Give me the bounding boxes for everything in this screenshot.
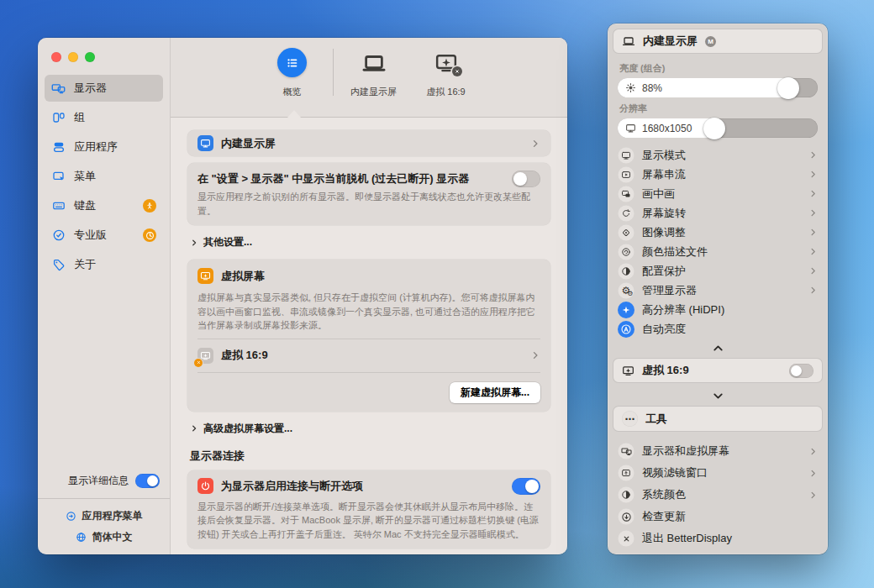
sidebar-item-pro[interactable]: 专业版 — [45, 222, 163, 249]
panel-virtual-169-row[interactable]: 虚拟 16:9 — [613, 358, 823, 383]
chevron-right-icon — [530, 350, 540, 360]
menu-item-screen-streaming[interactable]: 屏幕串流 — [618, 165, 818, 184]
brightness-slider-knob[interactable] — [777, 77, 799, 99]
window-controls — [51, 52, 95, 62]
builtin-display-row[interactable]: 内建显示屏 — [187, 130, 550, 156]
tab-virtual-169[interactable]: 虚拟 16:9 — [410, 47, 482, 117]
x-badge-icon — [452, 66, 462, 76]
tools-header[interactable]: ⋯ 工具 — [613, 406, 823, 432]
betterdisplay-settings-window: 显示器 组 应用程序 菜单 键盘 专业版 — [38, 38, 567, 554]
tag-icon — [51, 258, 66, 271]
other-settings-link[interactable]: 其他设置... — [190, 235, 549, 249]
virtual-169-toggle[interactable] — [789, 364, 813, 378]
brightness-label: 亮度 (组合) — [619, 62, 816, 75]
menu-item-manage-displays[interactable]: ⚙⚙ 管理显示器 — [618, 281, 818, 300]
show-details-toggle[interactable] — [135, 474, 160, 488]
tab-separator — [333, 49, 334, 96]
app-menu-link[interactable]: 应用程序菜单 — [38, 506, 170, 527]
tab-builtin-display[interactable]: 内建显示屏 — [338, 47, 410, 117]
expand-section-button[interactable] — [608, 386, 828, 404]
menubar-panel: 内建显示屏 M 亮度 (组合) 88% 分辨率 1680x1050 显示模式 — [608, 24, 828, 554]
sidebar-item-label: 显示器 — [74, 81, 107, 96]
sidebar-item-label: 应用程序 — [74, 139, 118, 155]
virtual-169-label: 虚拟 16:9 — [221, 348, 268, 363]
sidebar-item-displays[interactable]: 显示器 — [45, 75, 163, 102]
menu-item-config-protection[interactable]: 配置保护 — [618, 261, 818, 281]
language-link[interactable]: 简体中文 — [38, 527, 170, 548]
double-display-icon — [618, 443, 634, 459]
display-icon — [197, 135, 213, 151]
tools-title: 工具 — [645, 412, 667, 427]
virtual-display-icon — [434, 47, 458, 78]
tools-item-label: 退出 BetterDisplay — [642, 531, 732, 546]
panel-header-builtin-display[interactable]: 内建显示屏 M — [613, 29, 823, 54]
advanced-virtual-settings-label: 高级虚拟屏幕设置... — [203, 422, 292, 436]
sidebar-item-label: 关于 — [74, 257, 96, 272]
chevron-right-icon — [808, 208, 818, 218]
virtual-169-row[interactable]: 虚拟 16:9 — [197, 345, 540, 366]
resolution-slider-knob[interactable] — [703, 118, 725, 139]
tools-item-quit[interactable]: 退出 BetterDisplay — [618, 528, 818, 549]
menu-item-pip[interactable]: 画中画 — [618, 184, 818, 203]
double-display-icon — [51, 81, 66, 96]
tools-item-displays-virtual[interactable]: 显示器和虚拟屏幕 — [618, 440, 818, 462]
menu-item-label: 颜色描述文件 — [642, 244, 708, 260]
offline-displays-toggle[interactable] — [512, 171, 540, 187]
connection-description: 显示显示器的断开/连接菜单选项。断开显示器会使其休眠并从显示布局中移除。连接后会… — [197, 500, 540, 542]
chevron-right-icon — [190, 239, 198, 247]
divider — [197, 372, 540, 373]
menu-item-label: 屏幕旋转 — [642, 206, 686, 221]
panel-body: 亮度 (组合) 88% 分辨率 1680x1050 显示模式 — [608, 57, 828, 356]
ellipsis-icon: ⋯ — [622, 411, 638, 427]
x-badge-icon — [194, 359, 203, 367]
menu-item-display-mode[interactable]: 显示模式 — [618, 145, 818, 165]
color-profile-icon — [618, 244, 634, 260]
rotate-icon — [618, 205, 634, 222]
arrow-down-circle-icon — [618, 508, 634, 525]
advanced-virtual-settings-link[interactable]: 高级虚拟屏幕设置... — [190, 422, 549, 436]
resolution-slider[interactable]: 1680x1050 — [618, 118, 818, 138]
settings-scroll-area[interactable]: 内建显示屏 在 "设置 > 显示器" 中显示当前脱机 (过去已断开) 显示器 显… — [171, 118, 567, 554]
menu-item-color-profile[interactable]: 颜色描述文件 — [618, 242, 818, 261]
tools-item-video-filter[interactable]: 视频滤镜窗口 — [618, 462, 818, 484]
power-icon — [197, 478, 213, 494]
list-bullets-icon — [277, 48, 307, 77]
divider — [197, 339, 540, 339]
person-badge-icon — [143, 199, 156, 213]
minimize-window-button[interactable] — [68, 52, 78, 62]
tools-item-system-colors[interactable]: 系统颜色 — [618, 484, 818, 506]
sidebar-item-applications[interactable]: 应用程序 — [45, 134, 163, 160]
connection-toggle[interactable] — [512, 478, 540, 495]
new-virtual-screen-button[interactable]: 新建虚拟屏幕... — [450, 382, 540, 403]
virtual-display-icon — [197, 268, 213, 284]
show-details-label: 显示详细信息 — [68, 474, 129, 488]
keyboard-icon — [51, 199, 66, 213]
menu-item-screen-rotation[interactable]: 屏幕旋转 — [618, 203, 818, 223]
menu-item-auto-brightness[interactable]: 自动亮度 — [618, 319, 818, 339]
sidebar-item-about[interactable]: 关于 — [45, 251, 163, 278]
menu-item-label: 自动亮度 — [642, 322, 686, 337]
sidebar-item-keyboard[interactable]: 键盘 — [45, 192, 163, 219]
menu-item-image-adjust[interactable]: 图像调整 — [618, 223, 818, 242]
tools-item-check-updates[interactable]: 检查更新 — [618, 506, 818, 528]
menu-item-label: 屏幕串流 — [642, 167, 686, 182]
zoom-window-button[interactable] — [85, 52, 95, 62]
brightness-slider[interactable]: 88% — [618, 78, 818, 97]
brightness-value: 88% — [642, 82, 662, 94]
close-window-button[interactable] — [51, 52, 61, 62]
connection-section-title: 显示器连接 — [190, 449, 548, 464]
display-icon — [618, 147, 634, 164]
sidebar-item-menu[interactable]: 菜单 — [45, 163, 163, 190]
tools-item-label: 系统颜色 — [642, 487, 686, 502]
collapse-section-button[interactable] — [618, 339, 818, 356]
laptop-icon — [622, 34, 635, 48]
sidebar-item-groups[interactable]: 组 — [45, 104, 163, 131]
seal-check-icon — [51, 228, 66, 242]
x-icon — [618, 530, 634, 547]
tab-overview[interactable]: 概览 — [256, 47, 329, 117]
chevron-right-icon — [808, 150, 818, 160]
chevron-right-icon — [190, 424, 198, 433]
chevron-right-icon — [808, 228, 818, 237]
menu-item-hidpi[interactable]: 高分辨率 (HiDPI) — [618, 300, 818, 319]
app-menu-label: 应用程序菜单 — [82, 509, 143, 523]
